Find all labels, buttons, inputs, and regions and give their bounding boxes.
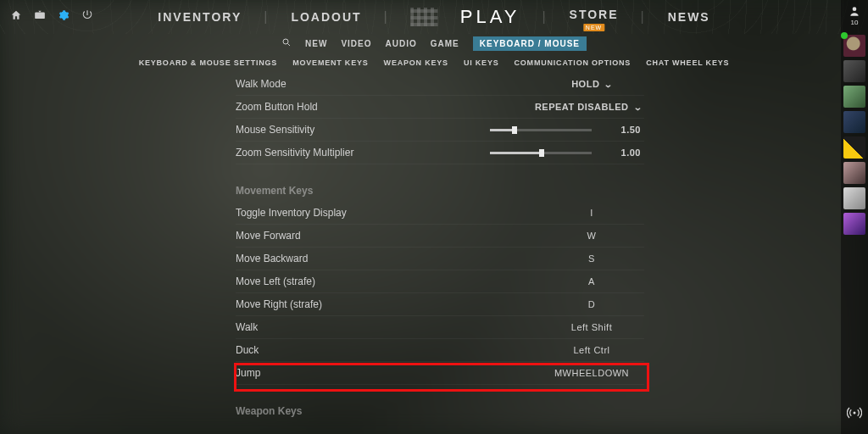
settings-content: Walk Mode HOLD⌄ Zoom Button Hold REPEAT … [220,70,644,434]
weapon-keys-header: Weapon Keys [236,405,644,417]
subnav-game[interactable]: GAME [431,39,459,48]
row-walk-mode[interactable]: Walk Mode HOLD⌄ [236,73,644,96]
keyboard-tabs: KEYBOARD & MOUSE SETTINGS MOVEMENT KEYS … [0,54,868,71]
bind-move-forward[interactable]: Move ForwardW [236,225,644,248]
label: Walk Mode [236,78,287,90]
value: HOLD [571,79,599,89]
bind-duck[interactable]: DuckLeft Ctrl [236,339,644,362]
row-zoom-hold[interactable]: Zoom Button Hold REPEAT DISABLED⌄ [236,96,644,119]
friends-sidebar: 10 [841,0,868,434]
movement-keys-header: Movement Keys [236,185,644,197]
label: Zoom Sensitivity Multiplier [236,147,490,159]
tab-ui-keys[interactable]: UI KEYS [464,58,499,67]
bind-jump[interactable]: JumpMWHEELDOWN [236,362,644,385]
tv-icon[interactable] [34,9,46,25]
bind-move-right[interactable]: Move Right (strafe)D [236,293,644,316]
tab-movement-keys[interactable]: MOVEMENT KEYS [292,58,368,67]
bind-move-left[interactable]: Move Left (strafe)A [236,270,644,293]
value: REPEAT DISABLED [535,102,629,112]
label: Mouse Sensitivity [236,124,490,136]
row-mouse-sens: Mouse Sensitivity 1.50 [236,119,644,142]
bind-walk[interactable]: WalkLeft Shift [236,316,644,339]
broadcast-icon[interactable] [847,405,862,424]
gear-icon[interactable] [58,9,70,25]
tab-chat-wheel[interactable]: CHAT WHEEL KEYS [646,58,729,67]
profile-level[interactable]: 10 [849,5,860,26]
nav-store[interactable]: STORE [570,8,619,21]
friend-avatar[interactable] [843,162,865,184]
store-new-badge: NEW [583,24,604,31]
chevron-down-icon: ⌄ [604,80,613,89]
nav-inventory[interactable]: INVENTORY [158,10,242,24]
zoom-sens-slider[interactable] [490,152,592,154]
friend-avatar[interactable] [843,136,865,159]
home-icon[interactable] [10,9,22,25]
friend-avatar[interactable] [843,86,865,108]
subnav-audio[interactable]: AUDIO [386,39,417,48]
friend-avatar[interactable] [843,60,865,82]
bind-move-backward[interactable]: Move BackwardS [236,248,644,270]
tab-communication[interactable]: COMMUNICATION OPTIONS [515,58,632,67]
bind-toggle-inventory[interactable]: Toggle Inventory DisplayI [236,202,644,225]
top-bar: INVENTORY | LOADOUT | PLAY | STORE NEW |… [0,0,868,34]
friend-avatar[interactable] [843,111,865,133]
value: 1.00 [602,147,644,158]
subnav-new[interactable]: NEW [305,39,327,48]
mouse-sens-slider[interactable] [490,129,592,131]
subnav-keyboard-mouse[interactable]: KEYBOARD / MOUSE [473,36,587,51]
nav-play[interactable]: PLAY [460,6,520,28]
power-icon[interactable] [81,9,93,25]
nav-loadout[interactable]: LOADOUT [291,10,361,24]
friend-avatar[interactable] [843,213,865,235]
row-zoom-sens: Zoom Sensitivity Multiplier 1.00 [236,142,644,164]
search-icon[interactable] [281,37,292,49]
lock-pattern-icon [411,8,438,26]
settings-subnav: NEW VIDEO AUDIO GAME KEYBOARD / MOUSE [0,34,868,53]
nav-news[interactable]: NEWS [668,10,710,24]
chevron-down-icon: ⌄ [632,103,642,112]
svg-point-1 [853,7,857,11]
tab-weapon-keys[interactable]: WEAPON KEYS [384,58,448,67]
svg-point-0 [283,39,288,44]
svg-point-2 [854,412,856,415]
tab-km-settings[interactable]: KEYBOARD & MOUSE SETTINGS [139,58,278,67]
subnav-video[interactable]: VIDEO [341,39,371,48]
value: 1.50 [602,125,644,135]
friend-avatar[interactable] [843,187,865,209]
main-nav: INVENTORY | LOADOUT | PLAY | STORE NEW |… [158,6,709,28]
label: Zoom Button Hold [236,101,318,113]
friend-avatar[interactable] [843,35,865,57]
online-dot-icon [841,32,848,39]
